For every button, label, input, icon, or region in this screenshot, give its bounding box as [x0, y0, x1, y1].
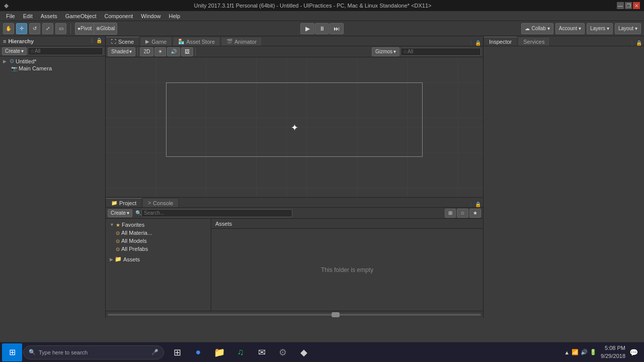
hierarchy-create-button[interactable]: Create ▾: [2, 47, 27, 55]
play-controls: ▶ ⏸ ⏭: [300, 23, 344, 34]
inspector-lock: 🔒: [636, 40, 642, 46]
menu-help[interactable]: Help: [165, 12, 184, 20]
shading-mode-button[interactable]: Shaded ▾: [108, 47, 135, 56]
inspector-dots: ⋮: [629, 40, 634, 46]
menu-component[interactable]: Component: [100, 12, 137, 20]
tool-scale[interactable]: ⤢: [42, 23, 53, 34]
scene-effects-button[interactable]: 🖼: [181, 47, 193, 56]
account-button[interactable]: Account ▾: [555, 23, 585, 34]
all-materials-label: All Materia...: [121, 230, 152, 236]
pivot-button[interactable]: ● Pivot: [75, 23, 94, 34]
animator-tab-label: Animator: [234, 39, 257, 45]
inspector-tab-label: Inspector: [489, 39, 512, 45]
taskbar-search[interactable]: 🔍 Type here to search 🎤: [23, 345, 164, 359]
tab-project[interactable]: 📁 Project: [106, 198, 142, 207]
menu-edit[interactable]: Edit: [19, 12, 37, 20]
microphone-icon: 🎤: [151, 349, 158, 355]
minimize-button[interactable]: —: [617, 2, 624, 9]
all-models-item[interactable]: ⊙ All Models: [106, 237, 211, 245]
network-icon[interactable]: 📶: [572, 349, 579, 355]
tool-rect[interactable]: ▭: [55, 23, 66, 34]
taskbar-app-settings[interactable]: ⚙: [273, 343, 293, 361]
console-tab-label: Console: [153, 200, 173, 206]
tool-rotate[interactable]: ↺: [29, 23, 40, 34]
size-slider-track[interactable]: [108, 314, 481, 316]
maximize-button[interactable]: ❐: [625, 2, 632, 9]
project-view-btn-3[interactable]: ★: [469, 209, 481, 218]
tab-scene[interactable]: ⛶ Scene: [106, 37, 139, 46]
notification-icon[interactable]: 💬: [629, 348, 638, 356]
tool-hand[interactable]: ✋: [3, 23, 14, 34]
hierarchy-title: Hierarchy: [8, 38, 34, 44]
global-button[interactable]: ⊕ Global: [94, 23, 117, 34]
tab-inspector[interactable]: Inspector: [484, 37, 517, 46]
hierarchy-content: ▶ ⊙ Untitled* 📷 Main Camera: [0, 56, 105, 318]
scene-tab-icon: ⛶: [111, 39, 116, 44]
scene-audio-button[interactable]: 🔊: [167, 47, 180, 56]
tab-services[interactable]: Services: [518, 37, 550, 46]
all-prefabs-item[interactable]: ⊙ All Prefabs: [106, 245, 211, 253]
gizmos-area: Gizmos ▾: [372, 47, 481, 56]
all-materials-item[interactable]: ⊙ All Materia...: [106, 229, 211, 237]
taskbar-app-explorer[interactable]: 📁: [209, 343, 229, 361]
scene-panel-lock: ⋮: [468, 40, 473, 46]
2d-mode-button[interactable]: 2D: [140, 47, 153, 56]
collab-button[interactable]: ☁ Collab ▾: [521, 23, 553, 34]
taskbar-app-taskview[interactable]: ⊞: [167, 343, 187, 361]
battery-icon[interactable]: 🔋: [590, 349, 597, 355]
scene-divider-2: [195, 48, 196, 56]
taskbar-app-unity[interactable]: ◆: [294, 343, 314, 361]
scene-search-input[interactable]: [400, 48, 481, 56]
taskbar-app-mail[interactable]: ✉: [252, 343, 272, 361]
volume-icon[interactable]: 🔊: [581, 349, 588, 355]
tray-arrow-icon[interactable]: ▲: [564, 349, 570, 355]
sys-tray: ▲ 📶 🔊 🔋: [564, 349, 597, 355]
clock[interactable]: 5:08 PM 9/29/2018: [601, 344, 625, 360]
tab-asset-store[interactable]: 🏪 Asset Store: [173, 37, 220, 46]
layout-button[interactable]: Layout ▾: [615, 23, 641, 34]
play-button[interactable]: ▶: [300, 23, 314, 34]
models-icon: ⊙: [116, 238, 120, 244]
size-slider-thumb[interactable]: [332, 312, 340, 317]
pause-button[interactable]: ⏸: [315, 23, 329, 34]
assets-folder-item[interactable]: ▶ 📁 Assets: [106, 255, 211, 263]
hierarchy-icon: ≡: [3, 38, 6, 44]
tab-console[interactable]: > Console: [142, 198, 179, 207]
gizmos-button[interactable]: Gizmos ▾: [372, 47, 399, 56]
start-button[interactable]: ⊞: [2, 343, 22, 361]
menu-file[interactable]: File: [2, 12, 19, 20]
project-create-button[interactable]: Create ▾: [108, 209, 132, 217]
hierarchy-item-untitled[interactable]: ▶ ⊙ Untitled*: [0, 57, 105, 65]
tool-move[interactable]: ✛: [16, 23, 27, 34]
scene-lighting-button[interactable]: ☀: [154, 47, 166, 56]
titlebar-controls: — ❐ ✕: [617, 2, 640, 9]
bottom-scrollbar[interactable]: [106, 311, 483, 318]
taskbar-app-spotify[interactable]: ♫: [230, 343, 251, 361]
scene-tab-label: Scene: [118, 39, 134, 45]
layers-button[interactable]: Layers ▾: [587, 23, 613, 34]
scene-panel-dots: 🔒: [475, 40, 481, 46]
inspector-panel: Inspector Services ⋮ 🔒: [483, 36, 644, 318]
titlebar: ◆ Unity 2017.3.1f1 Personal (64bit) - Un…: [0, 0, 644, 11]
favorites-item[interactable]: ▼ ★ Favorites: [106, 221, 211, 229]
hierarchy-search-input[interactable]: [28, 47, 103, 55]
project-view-btn-2[interactable]: ☆: [457, 209, 468, 218]
materials-icon: ⊙: [116, 230, 120, 236]
close-button[interactable]: ✕: [633, 2, 640, 9]
menu-gameobject[interactable]: GameObject: [61, 12, 101, 20]
tab-game[interactable]: ▶ Game: [140, 37, 172, 46]
step-button[interactable]: ⏭: [330, 23, 344, 34]
menu-assets[interactable]: Assets: [37, 12, 61, 20]
taskbar-app-chrome[interactable]: ●: [188, 343, 208, 361]
assets-folder-label: Assets: [123, 256, 140, 262]
hierarchy-item-main-camera[interactable]: 📷 Main Camera: [0, 65, 105, 72]
project-search-input[interactable]: [141, 209, 292, 217]
menu-window[interactable]: Window: [137, 12, 165, 20]
scene-icon: ⊙: [10, 58, 14, 64]
project-tab-label: Project: [119, 200, 136, 206]
separator-1: [70, 24, 71, 34]
project-view-btn-1[interactable]: ⊞: [445, 209, 456, 218]
tab-animator[interactable]: 🎬 Animator: [221, 37, 262, 46]
scene-view[interactable]: ✦: [106, 57, 483, 197]
console-tab-icon: >: [148, 200, 151, 206]
